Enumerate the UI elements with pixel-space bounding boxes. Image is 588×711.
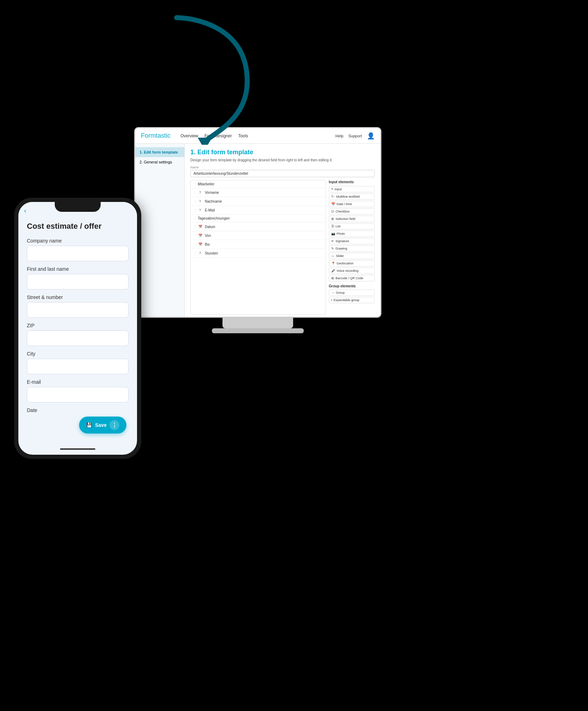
calendar-icon: 📅: [198, 224, 203, 229]
phone-outer-shell: ‹ Cost estimate / offer Company name Fir…: [14, 198, 141, 459]
element-barcode[interactable]: ⊞Barcode / QR Code: [329, 275, 375, 281]
selection-icon: ⊞: [331, 217, 334, 221]
more-options-icon[interactable]: ⋮: [109, 420, 119, 430]
drag-icon: ⋮⋮: [194, 208, 196, 212]
arrow-graphic: [148, 11, 261, 145]
main-subtitle: Design your form template by dragging th…: [190, 158, 375, 162]
monitor-screen: Formtastic Overview Form designer Tools …: [134, 127, 381, 318]
drag-icon: ⋮⋮: [194, 251, 196, 255]
user-avatar-icon[interactable]: 👤: [367, 132, 375, 140]
element-datetime[interactable]: 📅Date / time: [329, 201, 375, 207]
slider-icon: —: [331, 254, 334, 258]
drag-icon: ⋮⋮: [194, 216, 196, 220]
sidebar-general-settings[interactable]: 2. General settings: [135, 157, 184, 167]
photo-icon: 📷: [331, 232, 335, 235]
field-von[interactable]: ⋮⋮ 📅 Von: [191, 231, 326, 240]
label-zip: ZIP: [27, 323, 129, 328]
element-voice[interactable]: 🎤Voice recording: [329, 268, 375, 274]
label-email: E-mail: [27, 379, 129, 385]
section-label: Mitarbeiter: [198, 182, 214, 186]
nav-help[interactable]: Help: [335, 134, 344, 138]
field-nachname[interactable]: ⋮⋮ T Nachname: [191, 197, 326, 206]
input-company[interactable]: [27, 246, 129, 261]
input-icon: T: [331, 187, 333, 191]
field-stunden[interactable]: ⋮⋮ T Stunden: [191, 249, 326, 258]
element-multiline[interactable]: T↑Multiline textfield: [329, 193, 375, 200]
barcode-icon: ⊞: [331, 276, 334, 280]
monitor-display: Formtastic Overview Form designer Tools …: [134, 127, 381, 339]
drag-icon: ⋮⋮: [194, 191, 196, 195]
section-tagesabrechnungen: ⋮⋮ Tagesabrechnungen: [191, 215, 326, 222]
monitor-base: [212, 328, 304, 333]
form-fields-list: ⋮⋮ Mitarbeiter ⋮⋮ T Vorname ⋮⋮ T Nachnam…: [190, 180, 326, 315]
field-email[interactable]: ⋮⋮ T E-Mail: [191, 206, 326, 215]
element-expandable-group[interactable]: IExpandable group: [329, 297, 375, 303]
field-datum[interactable]: ⋮⋮ 📅 Datum: [191, 222, 326, 231]
input-fullname[interactable]: [27, 274, 129, 289]
element-selection[interactable]: ⊞Selection field: [329, 216, 375, 222]
svg-marker-0: [198, 138, 212, 145]
multiline-icon: T↑: [331, 195, 335, 198]
element-drawing[interactable]: ✎Drawing: [329, 245, 375, 252]
app-content: 1. Edit form template 2. General setting…: [135, 144, 380, 317]
calendar-icon: 📅: [198, 233, 203, 238]
text-icon: T: [198, 190, 203, 195]
template-name-input[interactable]: [190, 170, 375, 177]
datetime-icon: 📅: [331, 202, 335, 206]
group-elements-title: Group elements: [329, 284, 375, 288]
phone-home-indicator: [60, 448, 95, 450]
text-icon: T: [198, 251, 203, 256]
form-builder: ⋮⋮ Mitarbeiter ⋮⋮ T Vorname ⋮⋮ T Nachnam…: [190, 180, 375, 315]
app-sidebar: 1. Edit form template 2. General setting…: [135, 144, 185, 317]
element-input[interactable]: TInput: [329, 186, 375, 192]
drag-icon: ⋮⋮: [194, 234, 196, 238]
drag-icon: ⋮⋮: [194, 182, 196, 186]
sidebar-edit-form[interactable]: 1. Edit form template: [135, 147, 184, 157]
drag-icon: ⋮⋮: [194, 243, 196, 246]
phone-form-title: Cost estimate / offer: [27, 222, 129, 231]
input-zip[interactable]: [27, 330, 129, 346]
element-slider[interactable]: —Slider: [329, 253, 375, 259]
element-group[interactable]: →Group: [329, 289, 375, 296]
geo-icon: 📍: [331, 262, 335, 265]
element-checkbox[interactable]: ☑Checkbox: [329, 208, 375, 215]
input-city[interactable]: [27, 359, 129, 374]
list-icon: ☰: [331, 225, 334, 228]
text-icon: T: [198, 208, 203, 213]
input-elements-panel: Input elements TInput T↑Multiline textfi…: [329, 180, 375, 315]
text-icon: T: [198, 199, 203, 204]
element-list[interactable]: ☰List: [329, 223, 375, 229]
element-signature[interactable]: ✏Signature: [329, 238, 375, 244]
save-button[interactable]: 💾 Save ⋮: [79, 417, 126, 434]
drag-icon: ⋮⋮: [194, 199, 196, 203]
input-email[interactable]: [27, 387, 129, 402]
element-geolocation[interactable]: 📍Geolocation: [329, 260, 375, 267]
section-mitarbeiter: ⋮⋮ Mitarbeiter: [191, 180, 326, 188]
label-street: Street & number: [27, 294, 129, 300]
monitor-stand: [222, 318, 293, 328]
phone-notch: [55, 202, 101, 212]
save-label: Save: [95, 422, 107, 428]
nav-support[interactable]: Support: [348, 134, 362, 138]
label-company: Company name: [27, 238, 129, 244]
input-elements-title: Input elements: [329, 180, 375, 184]
element-photo[interactable]: 📷Photo: [329, 231, 375, 237]
drag-icon: ⋮⋮: [194, 225, 196, 229]
phone-screen: ‹ Cost estimate / offer Company name Fir…: [18, 202, 137, 455]
label-fullname: First and last name: [27, 266, 129, 272]
app-main: 1. Edit form template Design your form t…: [185, 144, 380, 317]
expandable-icon: I: [331, 298, 332, 302]
field-bis[interactable]: ⋮⋮ 📅 Bis: [191, 240, 326, 249]
nav-right: Help Support 👤: [335, 132, 375, 140]
calendar-icon: 📅: [198, 242, 203, 247]
voice-icon: 🎤: [331, 269, 335, 273]
field-vorname[interactable]: ⋮⋮ T Vorname: [191, 188, 326, 197]
checkbox-icon: ☑: [331, 210, 334, 213]
phone-back-button[interactable]: ‹: [24, 207, 26, 215]
label-city: City: [27, 351, 129, 357]
input-street[interactable]: [27, 302, 129, 318]
signature-icon: ✏: [331, 239, 334, 243]
save-icon: 💾: [86, 422, 92, 428]
group-icon: →: [331, 291, 334, 294]
phone-device: ‹ Cost estimate / offer Company name Fir…: [14, 198, 141, 459]
